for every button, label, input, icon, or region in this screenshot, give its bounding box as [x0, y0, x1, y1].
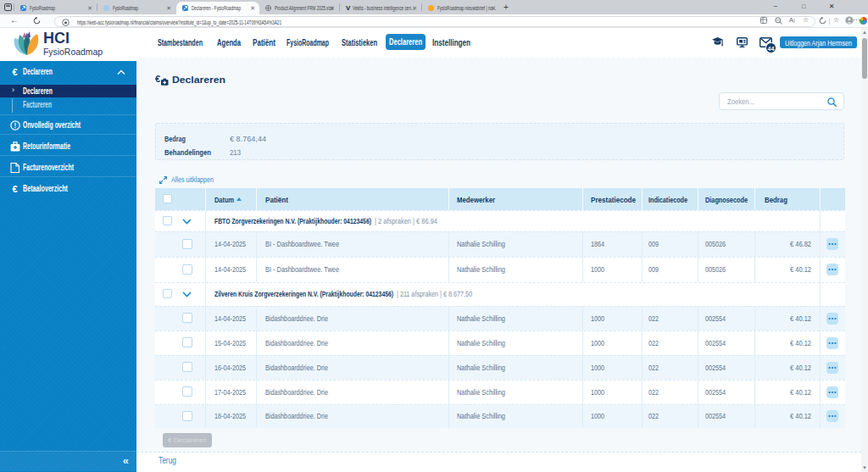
- svg-text:€: €: [155, 74, 160, 84]
